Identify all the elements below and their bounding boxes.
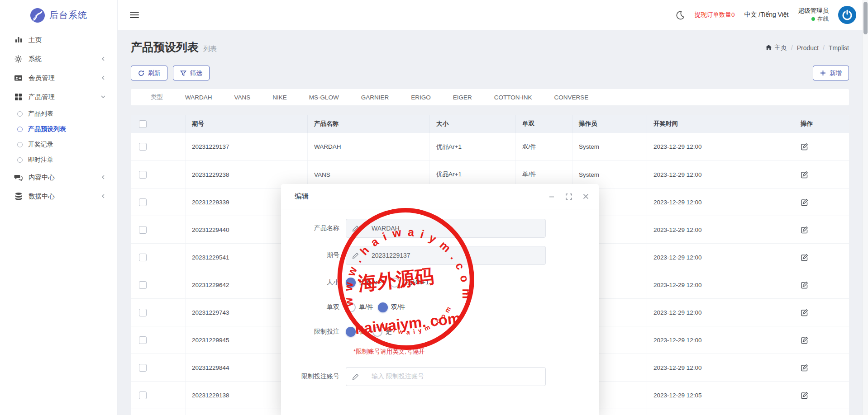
sidebar-item-product-list[interactable]: 产品列表: [0, 106, 117, 122]
breadcrumb: 主页 / Product / Tmplist: [765, 44, 849, 52]
tab-converse[interactable]: CONVERSE: [554, 94, 589, 101]
radio-option-yes[interactable]: 是: [372, 327, 392, 337]
cell-time: 2023-12-29 12:05: [647, 409, 794, 415]
fullscreen-icon[interactable]: [566, 193, 572, 200]
filter-button[interactable]: 筛选: [173, 66, 210, 80]
refresh-button[interactable]: 刷新: [131, 66, 167, 80]
row-checkbox[interactable]: [139, 226, 147, 234]
vertical-scrollbar[interactable]: [863, 0, 868, 415]
menu-toggle-icon[interactable]: [130, 12, 139, 18]
column-header-operator: 操作员: [572, 115, 647, 133]
sidebar-item-data-center[interactable]: 数据中心: [0, 187, 117, 206]
gear-icon: [14, 55, 23, 63]
scrollbar-thumb[interactable]: [863, 2, 868, 34]
sidebar-item-system[interactable]: 系统: [0, 49, 117, 68]
language-switcher[interactable]: 中文 /Tiếng Việt: [744, 11, 788, 19]
select-all-checkbox[interactable]: [139, 120, 147, 128]
radio-icon: [390, 278, 400, 288]
breadcrumb-product[interactable]: Product: [797, 44, 819, 52]
bar-chart-icon: [14, 36, 23, 44]
radio-option-size-ar[interactable]: 优品Ar+1: [346, 278, 385, 288]
edit-row-button[interactable]: [801, 143, 808, 151]
row-checkbox[interactable]: [139, 336, 147, 344]
edit-icon: [801, 226, 808, 234]
row-checkbox[interactable]: [139, 281, 147, 289]
product-name-input[interactable]: WARDAH: [346, 219, 546, 238]
cell-time: 2023-12-29 12:00: [647, 354, 794, 381]
sidebar-item-label: 主页: [29, 36, 105, 44]
chevron-down-icon: [101, 94, 105, 99]
row-checkbox[interactable]: [139, 198, 147, 206]
edit-row-button[interactable]: [801, 364, 808, 372]
cell-time: 2023-12-29 12:00: [647, 133, 794, 160]
row-checkbox[interactable]: [139, 309, 147, 316]
cell-parity: 双/件: [516, 133, 572, 160]
issue-input[interactable]: 20231229137: [346, 246, 546, 265]
avatar[interactable]: [838, 6, 856, 24]
edit-icon: [801, 391, 808, 399]
row-checkbox[interactable]: [139, 254, 147, 261]
sidebar-item-product-preset-list[interactable]: 产品预设列表: [0, 122, 117, 137]
edit-row-button[interactable]: [801, 226, 808, 234]
row-checkbox[interactable]: [139, 364, 147, 372]
radio-icon: [372, 327, 382, 337]
sidebar-item-members[interactable]: 会员管理: [0, 68, 117, 87]
breadcrumb-home[interactable]: 主页: [765, 44, 787, 52]
chat-icon: [14, 173, 23, 182]
admin-info: 超级管理员 在线: [798, 7, 829, 23]
cell-time: 2023-12-29 12:00: [647, 189, 794, 216]
cell-operator: System: [572, 133, 647, 160]
logo[interactable]: 后台系统: [0, 0, 117, 30]
row-checkbox[interactable]: [139, 171, 147, 179]
tab-nike[interactable]: NIKE: [272, 94, 287, 101]
tab-cotton-ink[interactable]: COTTON-INK: [494, 94, 532, 101]
sidebar-item-home[interactable]: 主页: [0, 30, 117, 49]
circle-icon: [17, 111, 23, 117]
row-checkbox[interactable]: [139, 391, 147, 399]
sidebar-item-products[interactable]: 产品管理: [0, 87, 117, 106]
edit-row-button[interactable]: [801, 171, 808, 179]
radio-option-even[interactable]: 双/件: [378, 302, 405, 312]
edit-row-button[interactable]: [801, 198, 808, 206]
add-button[interactable]: 新增: [813, 66, 849, 80]
circle-icon: [17, 157, 23, 163]
refresh-icon: [138, 70, 144, 76]
tab-wardah[interactable]: WARDAH: [185, 94, 212, 101]
sidebar-item-draw-records[interactable]: 开奖记录: [0, 137, 117, 152]
modal-title: 编辑: [295, 192, 309, 201]
cell-time: 2023-12-29 12:00: [647, 244, 794, 271]
tab-ms-glow[interactable]: MS-GLOW: [309, 94, 339, 101]
restrict-radio-group: 否 是: [346, 327, 392, 337]
withdraw-orders-notice[interactable]: 提现订单数量0: [695, 11, 735, 19]
dark-mode-moon-icon[interactable]: [676, 10, 685, 20]
tab-eiger[interactable]: EIGER: [453, 94, 472, 101]
power-icon: [841, 9, 853, 21]
edit-row-button[interactable]: [801, 254, 808, 261]
edit-icon: [801, 364, 808, 372]
row-checkbox[interactable]: [139, 143, 147, 151]
edit-row-button[interactable]: [801, 336, 808, 344]
member-card-icon: [14, 74, 23, 82]
sidebar-item-content-center[interactable]: 内容中心: [0, 168, 117, 187]
sidebar-item-label: 系统: [29, 55, 101, 63]
edit-icon: [801, 171, 808, 179]
parity-radio-group: 单/件 双/件: [346, 302, 405, 312]
cell-time: 2023-12-29 12:00: [647, 216, 794, 243]
database-icon: [14, 192, 23, 201]
close-icon[interactable]: [583, 193, 589, 199]
tab-erigo[interactable]: ERIGO: [411, 94, 431, 101]
edit-row-button[interactable]: [801, 309, 808, 316]
restrict-accounts-input[interactable]: 输入 限制投注账号: [346, 367, 546, 386]
pencil-icon: [346, 368, 365, 386]
tab-garnier[interactable]: GARNIER: [361, 94, 389, 101]
radio-option-size-ct[interactable]: 优品Ct+1: [390, 278, 429, 288]
edit-row-button[interactable]: [801, 391, 808, 399]
issue-field-row: 期号 20231229137: [281, 246, 599, 265]
radio-option-odd[interactable]: 单/件: [346, 302, 373, 312]
breadcrumb-separator: /: [823, 44, 825, 52]
edit-row-button[interactable]: [801, 281, 808, 289]
radio-option-no[interactable]: 否: [346, 327, 365, 337]
sidebar-item-live-bets[interactable]: 即时注单: [0, 152, 117, 168]
minimize-icon[interactable]: [548, 193, 555, 200]
tab-vans[interactable]: VANS: [234, 94, 251, 101]
